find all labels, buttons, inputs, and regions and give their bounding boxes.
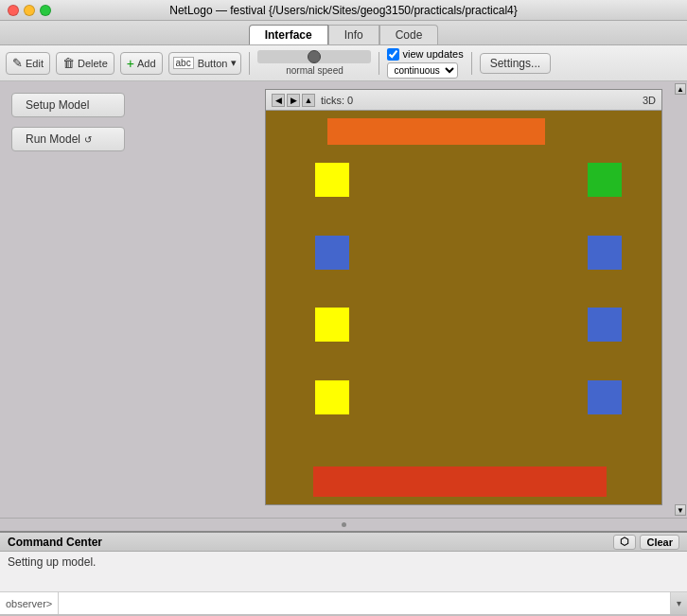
- ticks-display: ticks: 0: [321, 95, 353, 106]
- run-icon: ↺: [84, 134, 92, 145]
- maximize-button[interactable]: [40, 5, 51, 16]
- cc-header-right: ⬡ Clear: [613, 535, 679, 550]
- setup-model-button[interactable]: Setup Model: [11, 93, 125, 117]
- vis-right-icon[interactable]: ▶: [287, 94, 300, 107]
- speed-control: normal speed: [257, 50, 371, 76]
- traffic-lights: [8, 5, 51, 16]
- speed-label: normal speed: [286, 65, 344, 76]
- edit-button[interactable]: ✎ Edit: [6, 52, 50, 75]
- blue-square-1: [315, 236, 349, 270]
- tab-info[interactable]: Info: [328, 25, 379, 44]
- settings-button[interactable]: Settings...: [480, 53, 551, 74]
- tab-interface[interactable]: Interface: [249, 25, 328, 44]
- chevron-down-icon: ▾: [231, 57, 237, 69]
- right-scrollbar: ▲ ▼: [674, 81, 687, 518]
- threed-button[interactable]: 3D: [643, 95, 656, 106]
- cc-input-row: observer> ▾: [0, 591, 687, 614]
- cc-output: Setting up model.: [0, 552, 687, 591]
- green-square: [588, 163, 622, 197]
- input-dropdown-arrow[interactable]: ▾: [670, 592, 687, 614]
- sim-canvas[interactable]: [266, 111, 661, 504]
- window-title: NetLogo — festival {/Users/nick/Sites/ge…: [169, 4, 518, 17]
- toolbar: ✎ Edit 🗑 Delete + Add abc Button ▾ norma…: [0, 45, 687, 81]
- vis-header: ◀ ▶ ▲ ticks: 0 3D: [266, 90, 661, 111]
- blue-square-3: [588, 308, 622, 342]
- visualization-container: ◀ ▶ ▲ ticks: 0 3D: [265, 89, 662, 505]
- red-rectangle-bottom: [313, 466, 607, 497]
- cc-header: Command Center ⬡ Clear: [0, 533, 687, 552]
- command-input[interactable]: [59, 592, 670, 614]
- type-dropdown[interactable]: abc Button ▾: [168, 52, 242, 75]
- clear-button[interactable]: Clear: [640, 535, 679, 550]
- yellow-square-3: [315, 380, 349, 414]
- yellow-square-1: [315, 163, 349, 197]
- separator-2: [379, 52, 379, 75]
- separator-3: [471, 52, 472, 75]
- pencil-icon: ✎: [12, 56, 23, 70]
- observer-label: observer>: [0, 592, 59, 614]
- vis-up-icon[interactable]: ▲: [302, 94, 315, 107]
- cc-output-text: Setting up model.: [8, 555, 96, 569]
- view-updates-checkbox[interactable]: [387, 48, 399, 61]
- run-model-button[interactable]: Run Model ↺: [11, 127, 125, 151]
- canvas-area: ◀ ▶ ▲ ticks: 0 3D: [265, 81, 674, 518]
- command-center: Command Center ⬡ Clear Setting up model.…: [0, 531, 687, 614]
- tab-code[interactable]: Code: [379, 25, 439, 44]
- main-area: Setup Model Run Model ↺ ◀ ▶ ▲ ticks: 0 3…: [0, 81, 687, 518]
- add-button[interactable]: + Add: [120, 52, 163, 75]
- scroll-down-arrow[interactable]: ▼: [675, 504, 686, 516]
- continuous-select[interactable]: continuous: [387, 62, 458, 79]
- plus-icon: +: [127, 56, 134, 71]
- trash-icon: 🗑: [62, 56, 75, 70]
- view-updates-section: view updates continuous: [387, 48, 463, 79]
- separator-1: [249, 52, 250, 75]
- speed-slider[interactable]: [257, 50, 371, 63]
- title-bar: NetLogo — festival {/Users/nick/Sites/ge…: [0, 0, 687, 21]
- orange-rectangle-top: [327, 118, 545, 145]
- export-icon[interactable]: ⬡: [613, 535, 636, 550]
- scroll-dot: [342, 522, 346, 527]
- scroll-up-arrow[interactable]: ▲: [675, 83, 686, 95]
- blue-square-2: [588, 236, 622, 270]
- tab-bar: Interface Info Code: [0, 21, 687, 45]
- delete-button[interactable]: 🗑 Delete: [56, 52, 114, 75]
- vis-left-icon[interactable]: ◀: [272, 94, 285, 107]
- close-button[interactable]: [8, 5, 19, 16]
- minimize-button[interactable]: [24, 5, 35, 16]
- blue-square-4: [588, 380, 622, 414]
- cc-title: Command Center: [8, 536, 102, 549]
- vis-controls: ◀ ▶ ▲: [272, 94, 315, 107]
- yellow-square-2: [315, 308, 349, 342]
- scroll-indicator: [0, 518, 687, 531]
- left-panel: Setup Model Run Model ↺: [0, 81, 265, 518]
- view-updates-label: view updates: [402, 48, 463, 60]
